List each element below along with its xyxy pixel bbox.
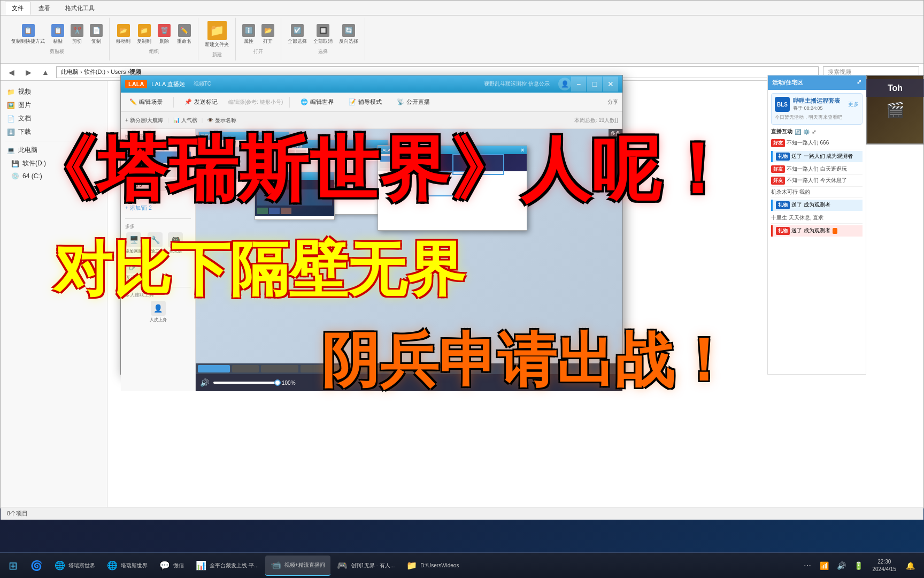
scene-item-1[interactable]: 场景1 xyxy=(125,151,191,163)
open-btn[interactable]: 📂 打开 xyxy=(259,23,276,46)
ribbon-open: ℹ️ 属性 📂 打开 打开 xyxy=(236,18,281,60)
more-btn[interactable]: 更多 xyxy=(848,101,859,108)
toolbar-guide-mode[interactable]: 📝 辅导模式 xyxy=(344,96,386,108)
scene-item-2[interactable]: 场景2 xyxy=(125,165,191,177)
streaming-titlebar: LALA LALA 直播姬 视频TC 视野乱斗联运测控 信息公示 👤 − □ ✕ xyxy=(121,75,622,93)
properties-btn[interactable]: ℹ️ 属性 xyxy=(240,23,257,46)
rename-btn[interactable]: ✏️ 重命名 xyxy=(175,23,194,46)
taskbar-label-1: 塔瑞斯世界 xyxy=(68,562,95,569)
toolbar-send-mark[interactable]: 📌 发送标记 xyxy=(180,96,222,108)
taskbar-folder-label: D:\Users\Videos xyxy=(420,562,459,568)
sidebar-item-drive-c[interactable]: 💿 64 (C:) xyxy=(1,170,107,182)
toolbar2-popularity[interactable]: 📊 人气榜 xyxy=(173,117,197,124)
deselect-all-btn[interactable]: 🔲 全部取消 xyxy=(311,23,335,46)
volume-tray-icon[interactable]: 🔊 xyxy=(834,558,849,573)
toh-label-area: Toh xyxy=(866,79,924,97)
multi-tools-label: 多人连联工具 xyxy=(125,292,191,299)
invert-btn[interactable]: 🔄 反向选择 xyxy=(337,23,360,46)
tool-main-gameplay[interactable]: 🎮 主玩法 xyxy=(168,232,183,254)
cut-btn[interactable]: ✂️ 剪切 xyxy=(68,23,86,46)
share-btn[interactable]: 分享 xyxy=(607,98,618,106)
add-scene-btn[interactable]: + 添加/面 2 xyxy=(125,204,191,212)
taskbar-item-game2[interactable]: 🎮 创刊1无界 - 有人... xyxy=(332,556,401,576)
toh-text: Toh xyxy=(888,83,903,93)
move-to-btn[interactable]: 📂 移动到 xyxy=(114,23,133,46)
taskbar-item-2[interactable]: 🌐 塔瑞斯世界 xyxy=(102,556,153,576)
scissors-icon: ✂️ xyxy=(71,24,83,37)
toolbar2-show-names[interactable]: 👁️ 显示名称 xyxy=(207,117,236,124)
chat-title-bar: 直播互动 🔄 ⚙️ ⤢ xyxy=(771,128,863,135)
start-button[interactable]: ⊞ xyxy=(2,555,24,576)
tool-add-screen[interactable]: 🖥️ 添加画面 xyxy=(125,232,142,254)
stream-icon: 📹 xyxy=(271,560,281,571)
taskbar-browser[interactable]: 🌀 xyxy=(26,556,47,576)
preview-controls: 🔊 100% xyxy=(196,374,622,391)
streaming-preview[interactable]: 视野乱斗... 文件管理器 xyxy=(196,129,622,391)
toolbar-public-live[interactable]: 📡 公开直播 xyxy=(392,96,434,108)
maximize-button[interactable]: □ xyxy=(587,77,602,92)
downloads-icon: ⬇️ xyxy=(7,128,15,136)
minimize-button[interactable]: − xyxy=(571,77,586,92)
tool-skin[interactable]: 👤 人皮上身 xyxy=(125,301,191,323)
taskbar-item-wechat[interactable]: 💬 微信 xyxy=(154,556,189,576)
windows-logo-icon: ⊞ xyxy=(9,559,18,572)
back-button[interactable]: ◀ xyxy=(5,66,18,79)
video-icon: 🎬 xyxy=(886,101,905,119)
user-avatar[interactable]: 👤 xyxy=(558,78,571,90)
live-sidebar-panel: 活动/住宅区 ⤢ BLS 哔哩主播运程套表 将于 08:24:05 更多 今日暂… xyxy=(767,75,866,375)
status-text: 8个项目 xyxy=(7,509,28,518)
preview-area: 视野乱斗... 文件管理器 xyxy=(196,129,622,391)
scene-item-3[interactable]: 场景3 xyxy=(125,179,191,191)
game-icon-2: 🌐 xyxy=(107,560,118,571)
tray-expand[interactable]: ⋯ xyxy=(800,558,815,573)
computer-icon: 💻 xyxy=(7,147,15,154)
copy-btn[interactable]: 📄 复制 xyxy=(88,23,105,46)
volume-handle[interactable] xyxy=(274,379,281,386)
taskbar-wechat-label: 微信 xyxy=(173,562,184,569)
tool-interactive[interactable]: 🔗 互动外 xyxy=(125,258,140,280)
delete-btn[interactable]: 🗑️ 删除 xyxy=(156,23,173,46)
taskbar-item-broadcast[interactable]: 📊 全平台藏发上线-平... xyxy=(190,556,264,576)
sidebar-item-downloads[interactable]: ⬇️ 下载 xyxy=(1,125,107,139)
sidebar-item-videos[interactable]: 📁 视频 xyxy=(1,85,107,98)
copy-icon: 📄 xyxy=(90,24,103,37)
sidebar-item-this-pc[interactable]: 💻 此电脑 xyxy=(1,143,107,157)
sidebar-item-drive-d[interactable]: 💾 软件(D:) xyxy=(1,157,107,170)
tool-dismantle[interactable]: 🔧 拆除工具 xyxy=(147,232,164,254)
taskbar-item-stream[interactable]: 📹 视频+精流直播间 xyxy=(265,556,330,576)
sidebar-expand-btn[interactable]: ⤢ xyxy=(857,79,861,86)
up-button[interactable]: ▲ xyxy=(39,66,52,79)
taskbar-item-1[interactable]: 🌐 塔瑞斯世界 xyxy=(49,556,101,576)
paste-btn[interactable]: 📋 粘贴 xyxy=(49,23,66,46)
battery-icon[interactable]: 🔋 xyxy=(851,558,866,573)
taskbar-item-folder[interactable]: 📁 D:\Users\Videos xyxy=(401,556,464,576)
system-clock[interactable]: 22:30 2024/4/15 xyxy=(868,558,901,573)
ribbon-tab-file[interactable]: 文件 xyxy=(5,2,30,15)
forward-button[interactable]: ▶ xyxy=(22,66,35,79)
scene-edit-btn[interactable]: ✏️ xyxy=(130,142,137,148)
ribbon-tab-format[interactable]: 格式化工具 xyxy=(58,2,102,15)
copy-path-btn[interactable]: 📋 复制到快捷方式 xyxy=(9,23,47,46)
copy-to-btn[interactable]: 📁 复制到 xyxy=(135,23,153,46)
ribbon-tab-view[interactable]: 查看 xyxy=(32,2,57,15)
new-folder-btn[interactable]: 📁 新建文件夹 xyxy=(203,20,231,49)
open-icon: 📂 xyxy=(261,24,274,37)
scene-label: 编辑场景 xyxy=(125,133,191,140)
toolbar2-new-layer[interactable]: + 新分层/大航海 xyxy=(125,117,163,124)
select-all-btn[interactable]: ☑️ 全部选择 xyxy=(286,23,309,46)
folder-taskbar-icon: 📁 xyxy=(406,560,417,571)
volume-slider[interactable] xyxy=(213,382,278,384)
move-icon: 📂 xyxy=(117,24,130,37)
notification-icon[interactable]: 🔔 xyxy=(903,558,918,573)
clock-time: 22:30 xyxy=(877,558,891,566)
sidebar-item-pictures[interactable]: 🖼️ 图片 xyxy=(1,98,107,112)
close-button[interactable]: ✕ xyxy=(603,77,618,92)
sidebar-item-documents[interactable]: 📄 文档 xyxy=(1,112,107,125)
clock-date: 2024/4/15 xyxy=(873,566,897,573)
toolbar-edit-scene[interactable]: ✏️ 编辑场景 xyxy=(125,96,167,108)
toolbar-world[interactable]: 🌐 编辑世界 xyxy=(296,96,338,108)
scene-add-btn[interactable]: + xyxy=(125,142,128,148)
pictures-icon: 🖼️ xyxy=(7,102,15,109)
file-explorer-ribbon: 📋 复制到快捷方式 📋 粘贴 ✂️ 剪切 📄 复制 xyxy=(1,16,923,64)
network-icon[interactable]: 📶 xyxy=(817,558,832,573)
